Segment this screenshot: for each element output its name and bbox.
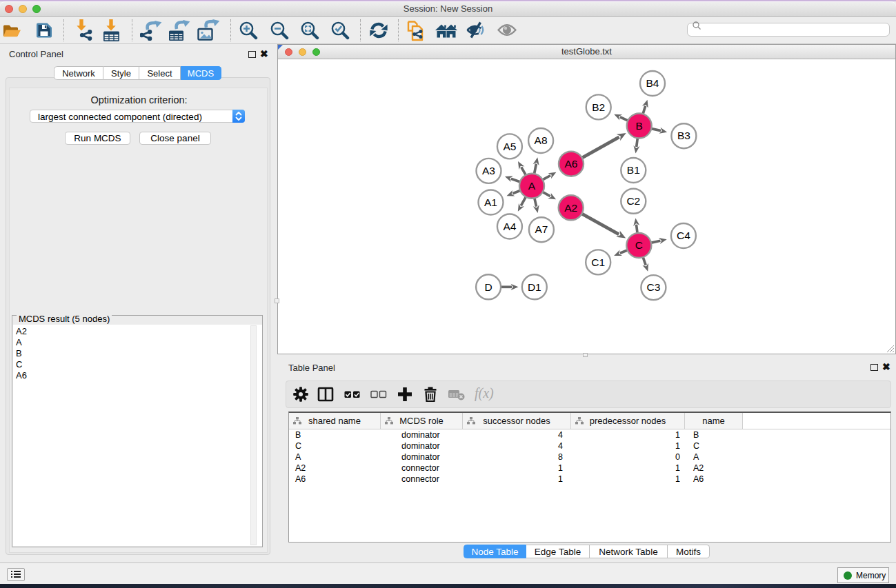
svg-text:A: A <box>528 180 536 192</box>
svg-text:A2: A2 <box>564 202 577 214</box>
svg-text:A4: A4 <box>503 221 516 232</box>
svg-text:B4: B4 <box>646 77 659 89</box>
svg-text:A1: A1 <box>484 196 497 208</box>
svg-text:D: D <box>484 281 492 293</box>
svg-text:B3: B3 <box>677 130 690 141</box>
svg-text:A6: A6 <box>565 158 578 170</box>
svg-text:A5: A5 <box>503 141 516 152</box>
svg-text:B1: B1 <box>627 164 640 176</box>
svg-text:A8: A8 <box>535 134 548 146</box>
svg-text:A3: A3 <box>482 165 495 176</box>
svg-text:C3: C3 <box>646 281 660 293</box>
svg-text:D1: D1 <box>528 281 541 293</box>
svg-text:C4: C4 <box>677 230 690 241</box>
svg-text:C: C <box>635 239 643 251</box>
svg-text:C2: C2 <box>626 195 640 207</box>
svg-text:B2: B2 <box>592 101 605 113</box>
svg-text:A7: A7 <box>535 223 548 235</box>
svg-text:C1: C1 <box>591 256 605 268</box>
svg-text:B: B <box>636 120 643 132</box>
